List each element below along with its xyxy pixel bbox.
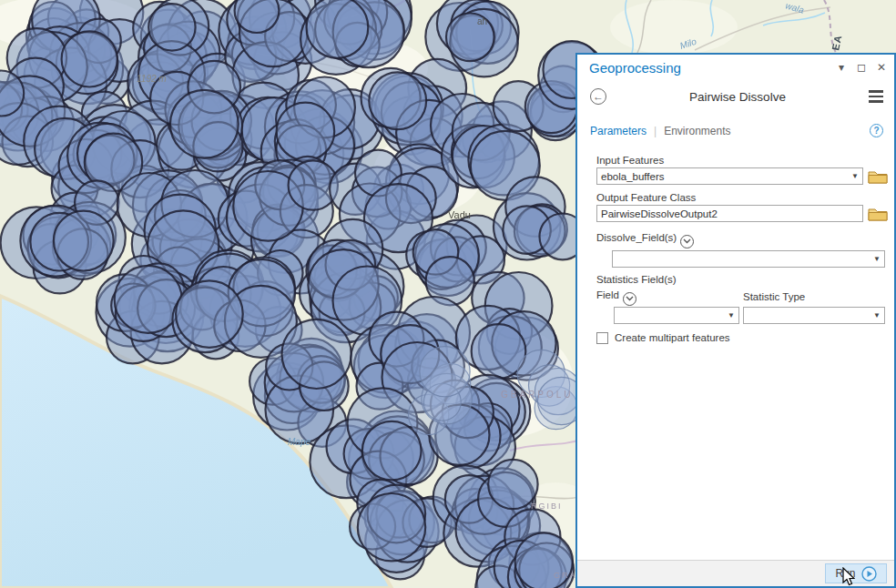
panel-header: Geoprocessing ▾ ◻ ✕ xyxy=(577,55,894,80)
map-label: GBARPOLU xyxy=(501,390,574,400)
buffer-circle xyxy=(282,319,351,389)
run-button-label: Run xyxy=(835,567,855,580)
tab-environments[interactable]: Environments xyxy=(664,125,730,137)
panel-title: Geoprocessing xyxy=(589,60,836,76)
tab-bar: Parameters | Environments ? xyxy=(577,113,894,137)
float-window-icon[interactable]: ◻ xyxy=(856,61,867,74)
close-icon[interactable]: ✕ xyxy=(876,61,887,74)
run-button[interactable]: Run xyxy=(825,563,887,583)
tool-title: Pairwise Dissolve xyxy=(606,90,869,104)
hamburger-menu-icon[interactable] xyxy=(869,90,883,103)
input-features-label: Input Features xyxy=(596,155,664,166)
tab-separator: | xyxy=(654,125,657,137)
output-feature-class-input[interactable]: PairwiseDissolveOutput2 xyxy=(596,205,863,222)
chevron-down-icon[interactable]: ▼ xyxy=(873,255,881,263)
buffer-circle xyxy=(176,280,243,348)
output-browse-folder-icon[interactable] xyxy=(868,206,888,221)
chevron-down-icon[interactable]: ▼ xyxy=(851,172,859,180)
dissolve-fields-combobox[interactable]: ▼ xyxy=(612,250,885,268)
back-button[interactable]: ← xyxy=(590,88,606,105)
geoprocessing-panel: Geoprocessing ▾ ◻ ✕ ← Pairwise Dissolve … xyxy=(575,53,896,588)
buffer-circle xyxy=(62,31,117,86)
field-label: Field xyxy=(596,289,636,306)
dissolve-fields-label-text: Dissolve_Field(s) xyxy=(596,232,677,243)
dissolve-fields-expand-icon[interactable] xyxy=(680,235,694,248)
help-icon[interactable]: ? xyxy=(870,124,883,137)
buffer-circle xyxy=(369,72,426,129)
buffer-circle xyxy=(358,493,425,561)
output-feature-class-value: PairwiseDissolveOutput2 xyxy=(601,208,859,219)
statistic-type-combobox[interactable]: ▼ xyxy=(743,307,885,324)
buffer-circle xyxy=(148,4,195,50)
app-window: { "panel": { "title": "Geoprocessing", "… xyxy=(0,0,896,588)
dissolve-fields-label: Dissolve_Field(s) xyxy=(596,232,694,248)
statistics-fields-label: Statistics Field(s) xyxy=(596,274,677,285)
run-play-icon xyxy=(861,566,877,582)
buffer-circle xyxy=(54,211,114,271)
buffer-circle xyxy=(362,421,422,481)
chevron-down-icon[interactable]: ▼ xyxy=(728,311,735,319)
tab-parameters[interactable]: Parameters xyxy=(590,125,647,137)
statistic-type-label: Statistic Type xyxy=(743,291,805,302)
buffer-circle xyxy=(277,103,335,161)
field-expand-icon[interactable] xyxy=(623,292,636,306)
chevron-down-icon[interactable]: ▼ xyxy=(873,311,881,319)
output-feature-class-label: Output Feature Class xyxy=(596,192,696,203)
map-label: Vadu xyxy=(448,209,471,220)
buffer-circle xyxy=(307,0,369,58)
field-label-text: Field xyxy=(596,289,619,300)
buffer-circle xyxy=(170,90,239,158)
map-label: 1192 m xyxy=(137,74,167,84)
input-features-value: ebola_buffers xyxy=(601,171,848,182)
map-label: RGIBI xyxy=(531,502,563,511)
buffer-circle xyxy=(420,347,470,397)
map-label: Mape xyxy=(288,437,311,447)
input-features-browse-folder-icon[interactable] xyxy=(868,168,888,184)
create-multipart-checkbox[interactable] xyxy=(596,332,608,344)
pin-dropdown-icon[interactable]: ▾ xyxy=(836,61,847,74)
tool-header: ← Pairwise Dissolve xyxy=(577,80,894,113)
field-combobox[interactable]: ▼ xyxy=(614,307,739,324)
map-label: ah xyxy=(477,16,487,26)
run-bar: Run xyxy=(577,560,894,586)
create-multipart-label: Create multipart features xyxy=(615,332,730,343)
input-features-combobox[interactable]: ebola_buffers ▼ xyxy=(596,167,863,185)
